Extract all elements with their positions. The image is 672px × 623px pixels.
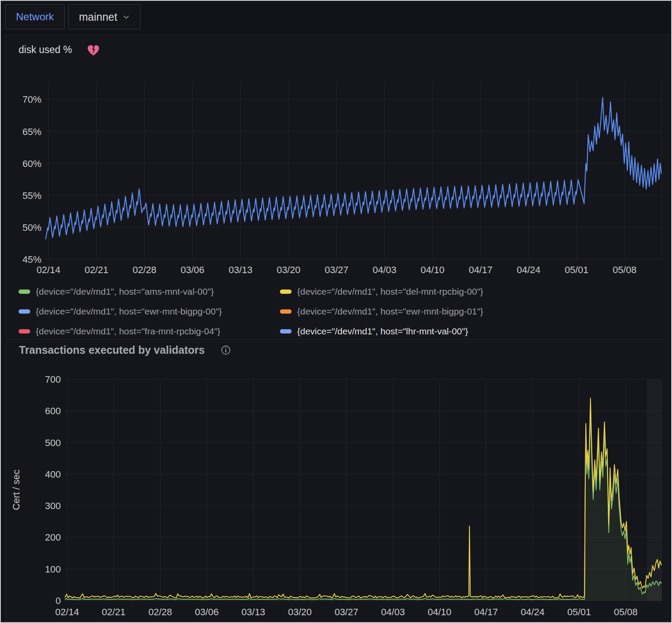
legend-series-color-chip <box>280 289 292 294</box>
y-tick-label: 65% <box>22 126 41 137</box>
y-tick-label: 200 <box>45 532 61 543</box>
network-value[interactable]: mainnet <box>79 11 117 23</box>
y-tick-label: 55% <box>22 190 41 201</box>
y-tick-label: 300 <box>45 500 61 511</box>
legend-series-label: {device="/dev/md1", host="ams-mnt-val-00… <box>36 286 214 297</box>
panel-header: Transactions executed by validators <box>19 344 231 356</box>
y-tick-label: 0 <box>56 595 61 606</box>
x-tick-label: 03/20 <box>276 264 300 275</box>
legend-item[interactable]: {device="/dev/md1", host="del-mnt-rpcbig… <box>280 284 483 299</box>
x-tick-label: 03/27 <box>325 264 349 275</box>
legend-item[interactable]: {device="/dev/md1", host="ewr-mnt-bigpg-… <box>19 304 280 318</box>
series-line <box>65 398 661 598</box>
x-tick-label: 04/03 <box>373 264 396 275</box>
x-tick-label: 03/13 <box>229 264 252 275</box>
grafana-dashboard: { "toolbar": { "network_label": "Network… <box>0 0 672 623</box>
x-tick-label: 05/01 <box>565 264 588 275</box>
x-tick-label: 03/27 <box>335 607 358 617</box>
dashboard-toolbar: Network mainnet <box>5 4 141 29</box>
y-tick-label: 100 <box>45 564 61 575</box>
series-line <box>65 409 661 600</box>
legend-series-label: {device="/dev/md1", host="ewr-mnt-bigpg-… <box>297 306 483 317</box>
x-tick-label: 04/24 <box>517 264 540 275</box>
highlight-region <box>647 379 662 601</box>
legend-item[interactable]: {device="/dev/md1", host="ams-mnt-val-00… <box>19 284 280 299</box>
legend-series-color-chip <box>280 329 292 334</box>
x-tick-label: 03/20 <box>288 607 312 617</box>
y-tick-label: 600 <box>45 406 61 416</box>
x-tick-label: 03/13 <box>242 607 265 617</box>
legend-series-color-chip <box>19 289 30 294</box>
x-tick-label: 04/10 <box>421 264 444 275</box>
y-tick-label: 60% <box>22 158 41 169</box>
transactions-time-series-plot[interactable]: 010020030040050060070002/1402/2102/2803/… <box>6 370 669 622</box>
x-tick-label: 02/28 <box>132 264 156 275</box>
legend-series-color-chip <box>19 329 30 334</box>
disk-used-time-series-plot[interactable]: 45%50%55%60%65%70%02/1402/2102/2803/0603… <box>6 66 669 282</box>
info-icon[interactable] <box>220 345 231 356</box>
panel-transactions: Transactions executed by validators 0100… <box>5 342 669 622</box>
y-tick-label: 70% <box>22 94 41 105</box>
x-tick-label: 02/21 <box>102 607 126 617</box>
chevron-down-icon <box>122 13 130 21</box>
legend-item[interactable]: {device="/dev/md1", host="fra-mnt-rpcbig… <box>19 324 280 338</box>
x-tick-label: 04/03 <box>381 607 405 617</box>
y-tick-label: 400 <box>45 469 61 480</box>
x-tick-label: 05/08 <box>614 607 637 617</box>
x-tick-label: 02/28 <box>148 607 172 617</box>
y-tick-label: 45% <box>22 254 41 265</box>
y-tick-label: 50% <box>22 222 41 233</box>
variable-network-label-box: Network <box>5 4 65 29</box>
broken-heart-icon <box>87 44 100 56</box>
x-tick-label: 04/10 <box>428 607 452 617</box>
x-tick-label: 03/06 <box>181 264 204 275</box>
x-tick-label: 02/21 <box>85 264 108 275</box>
x-tick-label: 05/01 <box>567 607 591 617</box>
x-tick-label: 04/17 <box>474 607 498 617</box>
x-tick-label: 05/08 <box>613 264 637 275</box>
y-tick-label: 500 <box>45 437 61 448</box>
legend-item[interactable]: {device="/dev/md1", host="ewr-mnt-bigpg-… <box>280 304 483 318</box>
disk-used-legend: {device="/dev/md1", host="ams-mnt-val-00… <box>19 284 483 338</box>
panel-header: disk used % <box>19 44 100 56</box>
variable-network-label: Network <box>16 11 54 23</box>
series-line <box>46 98 661 239</box>
network-value-dropdown[interactable]: mainnet <box>68 4 141 29</box>
legend-series-label: {device="/dev/md1", host="fra-mnt-rpcbig… <box>36 326 220 337</box>
series-area-fill <box>65 409 661 601</box>
x-tick-label: 03/06 <box>195 607 219 617</box>
panel-disk-used: disk used % 45%50%55%60%65%70%02/1402/21… <box>5 35 669 340</box>
x-tick-label: 04/17 <box>469 264 493 275</box>
x-tick-label: 02/14 <box>37 264 60 275</box>
legend-series-color-chip <box>19 309 30 314</box>
legend-series-label: {device="/dev/md1", host="del-mnt-rpcbig… <box>297 286 483 297</box>
legend-series-color-chip <box>280 309 292 314</box>
y-tick-label: 700 <box>45 374 61 385</box>
legend-series-label: {device="/dev/md1", host="lhr-mnt-val-00… <box>297 326 468 337</box>
x-tick-label: 02/14 <box>55 607 79 617</box>
legend-series-label: {device="/dev/md1", host="ewr-mnt-bigpg-… <box>36 306 222 317</box>
x-tick-label: 04/24 <box>521 607 544 617</box>
legend-item[interactable]: {device="/dev/md1", host="lhr-mnt-val-00… <box>280 324 483 338</box>
panel-title-transactions[interactable]: Transactions executed by validators <box>19 344 205 356</box>
panel-title-disk-used[interactable]: disk used % <box>19 44 72 56</box>
y-axis-title: Cert / sec <box>11 469 22 510</box>
